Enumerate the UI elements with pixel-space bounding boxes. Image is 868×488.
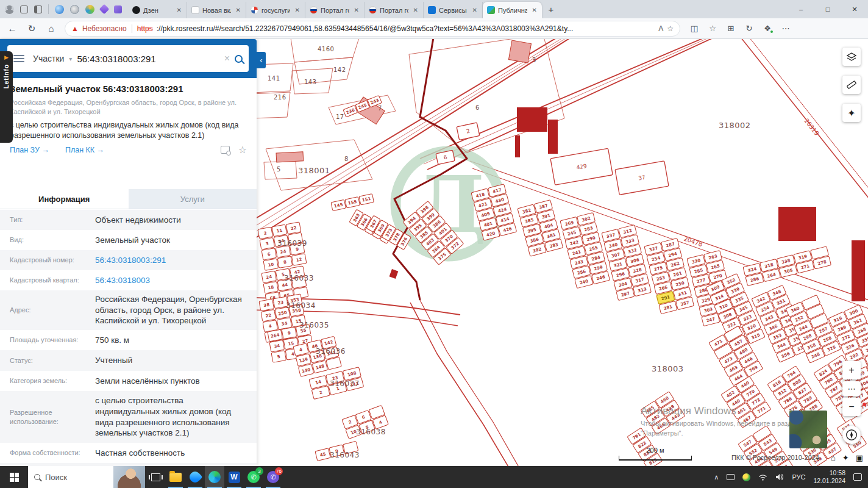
workspace-gray-icon[interactable] <box>70 5 79 14</box>
attribute-label: Статус: <box>10 356 95 365</box>
workspace-color-icon[interactable] <box>85 5 94 14</box>
svg-text:20319: 20319 <box>803 117 820 137</box>
tab-close-icon[interactable]: ✕ <box>352 6 361 14</box>
zoom-in-button[interactable]: + <box>842 361 861 379</box>
chevron-down-icon[interactable]: ▾ <box>69 56 72 62</box>
maximize-window-button[interactable]: □ <box>814 0 841 18</box>
home-icon[interactable]: ⌂ <box>45 23 57 34</box>
locate-icon[interactable]: ✦ <box>842 453 849 462</box>
workspace-grid-icon[interactable] <box>114 5 122 13</box>
menu-icon[interactable] <box>13 55 24 62</box>
attribute-value[interactable]: 56:43:0318003 <box>95 271 247 290</box>
star-icon[interactable]: ☆ <box>238 145 247 155</box>
panel-tabs: Информация Услуги <box>0 189 257 209</box>
task-view-button[interactable] <box>145 466 166 488</box>
new-tab-button[interactable]: + <box>543 1 559 17</box>
paint-icon <box>187 469 202 484</box>
history-icon[interactable]: ↻ <box>742 24 756 33</box>
browser-tab-3[interactable]: Портал госуда✕ <box>305 2 365 18</box>
tab-groups-icon[interactable] <box>20 5 28 13</box>
profile-icon[interactable] <box>5 5 14 14</box>
browser-tab-4[interactable]: Портал госуда✕ <box>365 2 424 18</box>
layers-button[interactable] <box>842 48 861 66</box>
tab-close-icon[interactable]: ✕ <box>471 6 479 14</box>
tray-app-icon[interactable] <box>742 473 750 481</box>
settings-more-icon[interactable]: ⋯ <box>779 24 792 33</box>
address-bar[interactable]: ▲ Небезопасно https ://pkk.rosreestr.ru/… <box>65 21 680 37</box>
browser-tab-6[interactable]: Публичная ка✕ <box>483 2 542 18</box>
svg-text:12: 12 <box>296 257 302 263</box>
wifi-icon[interactable] <box>758 474 767 481</box>
browser-tab-5[interactable]: Сервисы✕ <box>424 2 483 18</box>
measure-button[interactable] <box>842 76 861 94</box>
taskbar-app-edge[interactable] <box>205 466 224 488</box>
browser-tab-1[interactable]: Новая вкладк✕ <box>187 2 246 18</box>
tab-information[interactable]: Информация <box>0 189 129 209</box>
browser-tab-0[interactable]: Дзен✕ <box>128 2 187 18</box>
basemap-icon[interactable]: ▣ <box>856 453 863 462</box>
extensions-icon[interactable]: ❖ <box>761 24 774 33</box>
zoom-out-button[interactable]: − <box>842 398 861 416</box>
taskbar-app-explorer[interactable] <box>166 466 185 488</box>
svg-text:38: 38 <box>263 303 270 309</box>
search-bar: Участки ▾ × <box>7 45 249 72</box>
search-input[interactable] <box>77 54 219 64</box>
close-window-button[interactable]: ✕ <box>841 0 868 18</box>
tab-label: Сервисы <box>439 7 468 14</box>
read-aloud-icon[interactable]: A <box>658 24 663 33</box>
svg-text:34: 34 <box>274 343 280 350</box>
letinfo-side-tab[interactable]: ▶ LetInfo <box>0 51 13 143</box>
favorite-star-icon[interactable]: ☆ <box>667 24 674 33</box>
minimize-window-button[interactable]: – <box>788 0 814 18</box>
taskbar-app-viber[interactable]: ✆76 <box>263 466 283 488</box>
browser-tab-2[interactable]: госуслуги лич✕ <box>246 2 305 18</box>
taskbar-app-word[interactable]: W <box>224 466 244 488</box>
screen: Дзен✕Новая вкладк✕госуслуги лич✕Портал г… <box>0 0 868 488</box>
collapse-panel-button[interactable]: ‹ <box>257 52 266 68</box>
vertical-tabs-icon[interactable] <box>34 5 42 13</box>
map-more-button[interactable]: ⋯ <box>842 381 861 396</box>
plan-zu-link[interactable]: План ЗУ → <box>10 146 49 154</box>
search-icon[interactable] <box>235 55 243 63</box>
tab-close-icon[interactable]: ✕ <box>234 6 243 14</box>
compass-button[interactable] <box>842 426 861 444</box>
collections-icon[interactable]: ⊞ <box>724 24 738 33</box>
taskbar-app-whatsapp[interactable]: ✆3 <box>244 466 263 488</box>
tray-expand-icon[interactable]: ∧ <box>714 473 719 481</box>
workspace-blue-icon[interactable] <box>55 5 64 14</box>
favorites-icon[interactable]: ☆ <box>706 24 719 33</box>
taskbar-search[interactable]: Поиск <box>28 466 145 488</box>
tab-close-icon[interactable]: ✕ <box>411 6 420 14</box>
home-icon[interactable]: ⌂ <box>831 453 836 462</box>
overview-minimap[interactable] <box>789 411 827 448</box>
preview-icon[interactable] <box>221 146 230 154</box>
tab-close-icon[interactable]: ✕ <box>293 6 302 14</box>
plan-kk-link[interactable]: План КК → <box>65 146 104 154</box>
attribute-row-4: Адрес:Российская Федерация, Оренбургская… <box>0 290 257 330</box>
locate-button[interactable]: ✦ <box>842 104 861 122</box>
taskbar-app-paint[interactable] <box>185 466 205 488</box>
tab-close-icon[interactable]: ✕ <box>530 6 539 14</box>
attribute-value: Российская Федерация, Оренбургская облас… <box>95 290 247 330</box>
map-attribution: ПКК © Росреестр 2010-2024 <box>731 454 819 461</box>
notification-center-icon[interactable] <box>853 473 862 481</box>
clear-search-icon[interactable]: × <box>224 53 230 64</box>
clock[interactable]: 10:5812.01.2024 <box>813 469 845 485</box>
search-category-dropdown[interactable]: Участки <box>33 54 64 63</box>
tab-close-icon[interactable]: ✕ <box>175 6 183 14</box>
refresh-icon[interactable]: ↻ <box>26 23 38 34</box>
tab-label: Новая вкладк <box>202 7 231 14</box>
split-screen-icon[interactable]: ◫ <box>688 24 701 33</box>
back-icon[interactable]: ← <box>6 23 18 34</box>
search-highlight-image[interactable] <box>113 466 145 488</box>
start-button[interactable] <box>0 466 28 488</box>
attribute-value[interactable]: 56:43:0318003:291 <box>95 251 247 270</box>
tab-services[interactable]: Услуги <box>129 189 257 209</box>
cadastral-map[interactable]: Д429372641841742143040942440141442042638… <box>257 39 868 466</box>
tray-device-icon[interactable] <box>727 474 735 480</box>
workspace-purple-icon[interactable] <box>99 4 110 15</box>
attribute-value: с целью строительства индивидуальных жил… <box>95 392 247 442</box>
map-canvas[interactable]: Д429372641841742143040942440141442042638… <box>257 39 868 466</box>
volume-icon[interactable] <box>775 473 784 481</box>
language-indicator[interactable]: РУС <box>792 473 805 481</box>
